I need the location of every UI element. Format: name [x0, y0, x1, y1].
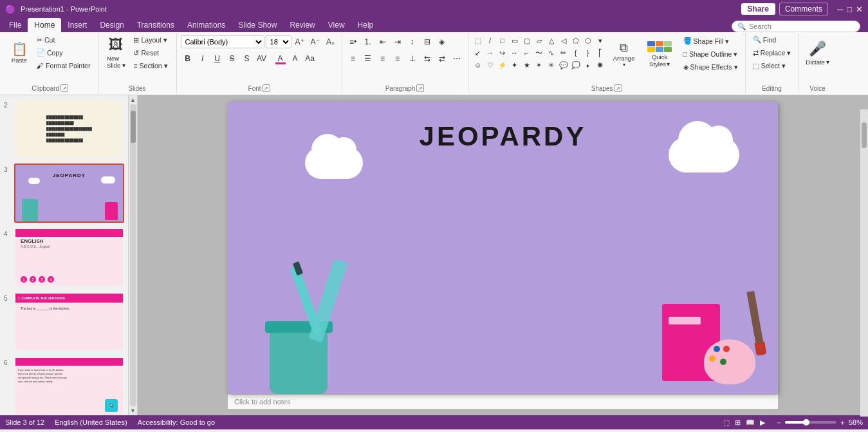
thought-icon[interactable]: 💭: [570, 59, 582, 71]
font-size-select[interactable]: 18: [266, 35, 291, 48]
font-color-button[interactable]: A: [273, 52, 288, 66]
close-button[interactable]: ✕: [856, 5, 863, 14]
scroll-thumb[interactable]: [131, 111, 136, 143]
justify-button[interactable]: ≡: [391, 52, 405, 66]
char-spacing-button[interactable]: AV: [255, 52, 269, 66]
menu-animations[interactable]: Animations: [181, 18, 232, 32]
numbering-button[interactable]: 1.: [361, 35, 375, 49]
cursor-icon[interactable]: ⬚: [472, 35, 484, 46]
columns-button[interactable]: ⊟: [420, 35, 434, 49]
menu-view[interactable]: View: [322, 18, 351, 32]
bolt-icon[interactable]: ⚡: [497, 59, 508, 71]
minimize-button[interactable]: ─: [837, 5, 843, 14]
menu-design[interactable]: Design: [93, 18, 130, 32]
rect-icon[interactable]: □: [497, 35, 508, 46]
font-size-decrease[interactable]: A⁻: [308, 35, 322, 49]
align-text-button[interactable]: ⊥: [405, 52, 420, 66]
zoom-in-btn[interactable]: ＋: [839, 418, 846, 427]
para-expand[interactable]: ↗: [416, 84, 424, 92]
comments-button[interactable]: Comments: [779, 3, 828, 15]
zoom-thumb[interactable]: [803, 419, 809, 426]
hexagon-icon[interactable]: ⬡: [582, 35, 594, 46]
underline-button[interactable]: U: [210, 52, 225, 66]
strikethrough-button[interactable]: S: [225, 52, 239, 66]
align-right-button[interactable]: ≡: [376, 52, 390, 66]
line-spacing-button[interactable]: ↕: [405, 35, 420, 49]
shape-fill-button[interactable]: 🪣 Shape Fill ▾: [680, 35, 741, 47]
dictate-button[interactable]: 🎤 Dictate▾: [802, 33, 833, 72]
triangle-icon[interactable]: △: [546, 35, 557, 46]
select-button[interactable]: ⬚ Select ▾: [750, 59, 795, 71]
brace-l-icon[interactable]: {: [570, 47, 582, 59]
bracket-icon[interactable]: ⎡: [595, 47, 606, 59]
zoom-out-btn[interactable]: －: [775, 418, 782, 427]
scroll-down-btn[interactable]: ▼: [130, 408, 136, 415]
connector-icon[interactable]: ↙: [472, 47, 484, 59]
notes-bar[interactable]: Click to add notes: [228, 394, 778, 409]
slide-thumb-3[interactable]: 3 JEOPARDY: [3, 162, 125, 224]
font-size-increase[interactable]: A⁺: [293, 35, 307, 49]
drawing-expand[interactable]: ↗: [614, 84, 622, 92]
bullets-button[interactable]: ≡•: [346, 35, 360, 49]
new-slide-button[interactable]: 🖼 NewSlide ▾: [103, 33, 129, 72]
section-button[interactable]: ≡ Section ▾: [130, 59, 171, 71]
freeform-icon[interactable]: ∿: [546, 47, 557, 59]
paste-button[interactable]: 📋 Paste: [6, 33, 32, 72]
menu-home[interactable]: Home: [28, 18, 61, 32]
heart-icon[interactable]: ♡: [485, 59, 496, 71]
callout-icon[interactable]: ⬧: [582, 59, 594, 71]
starburst-icon[interactable]: ✺: [595, 59, 606, 71]
indent-more-button[interactable]: ⇥: [391, 35, 405, 49]
scroll-track[interactable]: [130, 104, 136, 406]
star6-icon[interactable]: ✶: [533, 59, 545, 71]
format-painter-button[interactable]: 🖌 Format Painter: [33, 59, 93, 71]
scribble-icon[interactable]: ✏: [558, 47, 569, 59]
convert-smartart-button[interactable]: ◈: [435, 35, 449, 49]
brace-r-icon[interactable]: }: [582, 47, 594, 59]
slide-canvas[interactable]: JEOPARDY: [228, 102, 778, 394]
text-shadow-button[interactable]: S: [240, 52, 254, 66]
double-arrow-icon[interactable]: ↔: [509, 47, 521, 59]
menu-slideshow[interactable]: Slide Show: [232, 18, 283, 32]
align-left-button[interactable]: ≡: [346, 52, 360, 66]
smiley-icon[interactable]: ☺: [472, 59, 484, 71]
rtl-button[interactable]: ⇆: [420, 52, 434, 66]
star5-icon[interactable]: ★: [521, 59, 533, 71]
menu-insert[interactable]: Insert: [61, 18, 93, 32]
slide-thumb-2[interactable]: 2 ██████████████████████████████████████…: [3, 98, 125, 160]
indent-less-button[interactable]: ⇤: [376, 35, 390, 49]
slide-thumb-5[interactable]: 5 1. COMPLETE THE SENTENCE The boy is __…: [3, 291, 125, 353]
cut-button[interactable]: ✂ Cut: [33, 33, 93, 46]
shape-outline-button[interactable]: □ Shape Outline ▾: [680, 48, 741, 60]
parallelogram-icon[interactable]: ▱: [533, 35, 545, 46]
rtriangle-icon[interactable]: ◁: [558, 35, 569, 46]
reset-button[interactable]: ↺ Reset: [130, 46, 171, 59]
menu-file[interactable]: File: [3, 18, 28, 32]
rounded-rect-icon[interactable]: ▭: [509, 35, 521, 46]
copy-button[interactable]: 📄 Copy: [33, 46, 93, 59]
quick-styles-button[interactable]: Quick Styles ▾: [642, 35, 678, 73]
elbow-icon[interactable]: ⌐: [521, 47, 533, 59]
maximize-button[interactable]: □: [847, 5, 852, 14]
search-box[interactable]: 🔍: [732, 21, 860, 32]
speech-icon[interactable]: 💬: [558, 59, 569, 71]
more-shapes-icon[interactable]: ▾: [595, 35, 606, 46]
pentagon-icon[interactable]: ⬠: [570, 35, 582, 46]
align-center-button[interactable]: ☰: [361, 52, 375, 66]
bold-button[interactable]: B: [181, 52, 195, 66]
more-para-button[interactable]: ⋯: [450, 52, 464, 66]
rect2-icon[interactable]: ▢: [521, 35, 533, 46]
zoom-slider[interactable]: [785, 421, 836, 424]
menu-help[interactable]: Help: [351, 18, 380, 32]
text-highlight-button[interactable]: A: [288, 52, 302, 66]
star8-icon[interactable]: ✳: [546, 59, 557, 71]
shape-effects-button[interactable]: ◈ Shape Effects ▾: [680, 61, 741, 73]
clear-formatting[interactable]: Aₓ: [324, 35, 338, 49]
change-case-button[interactable]: Aa: [303, 52, 317, 66]
reading-view-icon[interactable]: 📖: [746, 418, 755, 427]
font-expand[interactable]: ↗: [263, 84, 270, 92]
scroll-up-btn[interactable]: ▲: [130, 95, 136, 103]
menu-transitions[interactable]: Transitions: [131, 18, 181, 32]
slideshow-icon[interactable]: ▶: [760, 418, 765, 427]
find-button[interactable]: 🔍 Find: [750, 33, 795, 46]
